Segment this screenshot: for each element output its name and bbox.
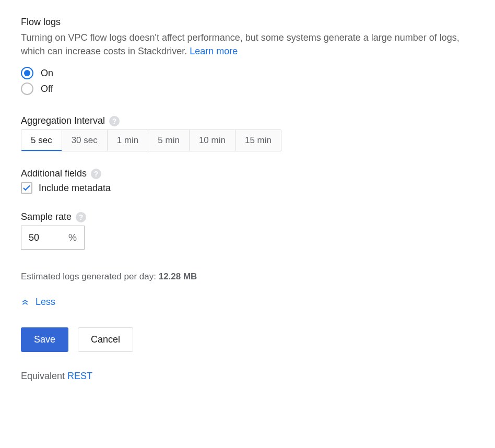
radio-off[interactable]: Off — [21, 81, 474, 97]
cancel-button[interactable]: Cancel — [78, 327, 133, 352]
help-icon[interactable]: ? — [109, 116, 120, 126]
checkbox-icon — [21, 182, 32, 194]
seg-15min[interactable]: 15 min — [235, 130, 281, 151]
estimate-value: 12.28 MB — [159, 272, 197, 281]
section-description: Turning on VPC flow logs doesn't affect … — [21, 31, 474, 58]
chevron-up-icon — [21, 298, 29, 306]
seg-5sec[interactable]: 5 sec — [21, 130, 62, 151]
radio-icon — [21, 82, 33, 95]
description-text: Turning on VPC flow logs doesn't affect … — [21, 32, 459, 56]
help-icon[interactable]: ? — [76, 212, 86, 222]
seg-10min[interactable]: 10 min — [190, 130, 235, 151]
agg-interval-label: Aggregation Interval — [21, 115, 105, 126]
include-metadata-checkbox[interactable]: Include metadata — [21, 182, 474, 194]
estimate-prefix: Estimated logs generated per day: — [21, 272, 159, 281]
agg-interval-label-row: Aggregation Interval ? — [21, 115, 474, 126]
less-label: Less — [36, 297, 55, 308]
section-title: Flow logs — [21, 17, 474, 28]
radio-label-on: On — [41, 68, 53, 79]
additional-fields-label-row: Additional fields ? — [21, 168, 474, 179]
flow-logs-radio-group: On Off — [21, 65, 474, 97]
sample-rate-label: Sample rate — [21, 211, 72, 222]
additional-fields-label: Additional fields — [21, 168, 87, 179]
equivalent-row: Equivalent REST — [21, 371, 474, 382]
less-toggle[interactable]: Less — [21, 297, 474, 308]
sample-rate-label-row: Sample rate ? — [21, 211, 474, 222]
action-buttons: Save Cancel — [21, 327, 474, 352]
radio-icon — [21, 67, 33, 79]
seg-5min[interactable]: 5 min — [148, 130, 190, 151]
estimate-text: Estimated logs generated per day: 12.28 … — [21, 272, 474, 282]
checkbox-label: Include metadata — [39, 183, 111, 194]
seg-1min[interactable]: 1 min — [108, 130, 149, 151]
seg-30sec[interactable]: 30 sec — [62, 130, 108, 151]
rest-link[interactable]: REST — [67, 371, 92, 381]
radio-label-off: Off — [41, 84, 53, 95]
flow-logs-section: Flow logs Turning on VPC flow logs doesn… — [21, 17, 474, 382]
learn-more-link[interactable]: Learn more — [190, 46, 238, 56]
save-button[interactable]: Save — [21, 327, 68, 352]
sample-rate-value: 50 — [29, 232, 68, 243]
help-icon[interactable]: ? — [91, 169, 101, 179]
sample-rate-suffix: % — [68, 232, 77, 243]
radio-on[interactable]: On — [21, 65, 474, 81]
sample-rate-input[interactable]: 50 % — [21, 226, 85, 250]
agg-interval-segmented: 5 sec 30 sec 1 min 5 min 10 min 15 min — [21, 129, 281, 151]
equivalent-prefix: Equivalent — [21, 371, 67, 381]
